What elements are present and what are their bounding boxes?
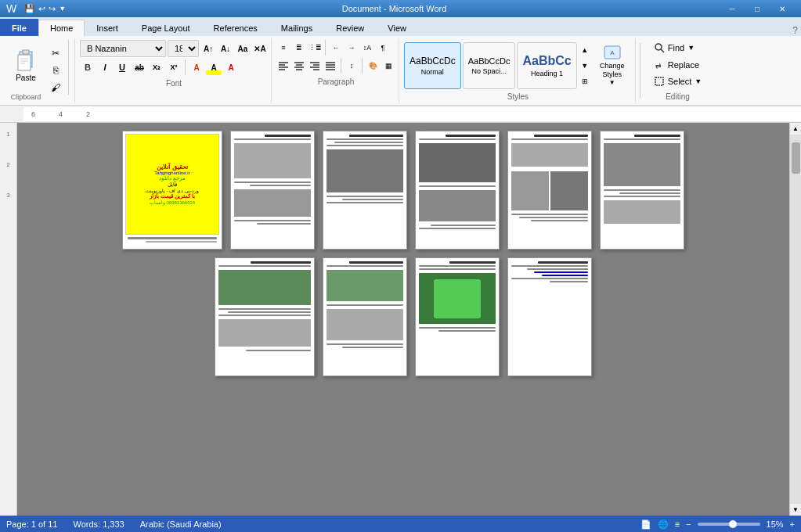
styles-scroll-up[interactable]: ▲ (581, 46, 588, 54)
help-button[interactable]: ? (792, 25, 798, 36)
increase-indent-button[interactable]: → (345, 41, 359, 55)
align-right-button[interactable] (308, 59, 322, 73)
paragraph-group: ≡ ≣ ⋮≣ ← → ↕A ¶ (273, 38, 399, 102)
scroll-track[interactable] (790, 135, 801, 504)
left-ruler: 1 2 3 (0, 123, 17, 516)
minimize-button[interactable]: ─ (720, 0, 745, 17)
bold-button[interactable]: B (80, 59, 96, 75)
quick-undo[interactable]: ↩ (38, 4, 45, 14)
style-normal-preview: AaBbCcDc (410, 56, 456, 66)
svg-rect-27 (655, 77, 663, 85)
tab-mailings[interactable]: Mailings (269, 19, 324, 36)
subscript-button[interactable]: X₂ (149, 59, 164, 75)
zoom-out-btn[interactable]: − (686, 519, 691, 529)
ruler-inner: 6 4 2 (23, 107, 801, 121)
page-thumb-2 (230, 131, 315, 250)
justify-button[interactable] (323, 59, 337, 73)
page-thumb-4 (415, 131, 500, 250)
font-size-select[interactable]: 18 (168, 40, 199, 57)
page-thumb-10 (507, 257, 592, 376)
maximize-button[interactable]: □ (745, 0, 770, 17)
change-styles-button[interactable]: A ChangeStyles ▼ (593, 42, 632, 89)
replace-button[interactable]: ⇄ Replace (649, 57, 707, 73)
style-no-spacing[interactable]: AaBbCcDc No Spaci... (463, 42, 516, 89)
align-left-button[interactable] (276, 59, 290, 73)
numbering-button[interactable]: ≣ (292, 41, 306, 55)
ribbon-tabs: File Home Insert Page Layout References … (0, 17, 801, 36)
tab-page-layout[interactable]: Page Layout (130, 19, 202, 36)
grow-font-button[interactable]: A↑ (200, 41, 216, 56)
scroll-down-button[interactable]: ▼ (790, 504, 802, 516)
ruler: 6 4 2 (0, 106, 801, 123)
font-group-label: Font (80, 79, 268, 88)
borders-button[interactable]: ▦ (381, 59, 395, 73)
sort-button[interactable]: ↕A (360, 41, 374, 55)
paste-button[interactable]: Paste (6, 40, 45, 90)
text-effects-button[interactable]: A (189, 59, 204, 75)
editing-group: Find ▼ ⇄ Replace Select ▼ Editing (644, 38, 712, 102)
style-normal[interactable]: AaBbCcDc Normal (404, 42, 461, 89)
shrink-font-button[interactable]: A↓ (218, 41, 233, 56)
show-marks-button[interactable]: ¶ (376, 41, 390, 55)
font-name-select[interactable]: B Nazanin (80, 40, 166, 57)
italic-button[interactable]: I (97, 59, 113, 75)
view-print-btn[interactable]: 📄 (640, 519, 651, 530)
tab-review[interactable]: Review (324, 19, 376, 36)
shading-button[interactable]: 🎨 (366, 59, 380, 73)
svg-point-24 (655, 44, 662, 50)
clipboard-label: Clipboard (6, 93, 45, 101)
clear-format-button[interactable]: ✕A (252, 41, 268, 56)
page-info: Page: 1 of 11 (6, 519, 57, 529)
page-thumb-1: تحقیق آنلاین Tahghighonline.ir مرجع دانل… (122, 131, 222, 250)
quick-access-dropdown[interactable]: ▼ (59, 5, 66, 13)
svg-text:⇄: ⇄ (655, 62, 662, 70)
decrease-indent-button[interactable]: ← (329, 41, 343, 55)
page-thumb-9 (415, 257, 500, 376)
svg-line-25 (661, 49, 664, 52)
page-thumb-7 (215, 257, 315, 376)
cut-button[interactable]: ✂ (47, 45, 64, 61)
view-outline-btn[interactable]: ≡ (675, 519, 680, 529)
case-change-button[interactable]: Aa (235, 41, 251, 56)
font-color-button[interactable]: A (223, 59, 239, 75)
tab-file[interactable]: File (0, 19, 38, 36)
word-count: Words: 1,333 (73, 519, 124, 529)
tab-home[interactable]: Home (38, 20, 85, 37)
highlight-button[interactable]: A (206, 59, 222, 75)
paste-label: Paste (16, 74, 36, 82)
close-button[interactable]: ✕ (770, 0, 795, 17)
multilevel-button[interactable]: ⋮≣ (308, 41, 322, 55)
align-center-button[interactable] (292, 59, 306, 73)
underline-button[interactable]: U (114, 59, 130, 75)
pages-row-2 (33, 257, 774, 376)
style-heading1[interactable]: AaBbCc Heading 1 (517, 42, 576, 89)
quick-redo[interactable]: ↪ (49, 4, 56, 14)
paragraph-group-label: Paragraph (276, 77, 395, 86)
zoom-thumb (729, 520, 737, 528)
view-web-btn[interactable]: 🌐 (658, 519, 669, 530)
vertical-scrollbar: ▲ ▼ (789, 123, 801, 516)
scroll-thumb[interactable] (792, 142, 800, 174)
document-area: تحقیق آنلاین Tahghighonline.ir مرجع دانل… (17, 123, 789, 516)
page-thumb-8 (323, 257, 407, 376)
zoom-in-btn[interactable]: + (790, 519, 795, 529)
scroll-up-button[interactable]: ▲ (790, 123, 802, 135)
tab-references[interactable]: References (202, 19, 269, 36)
styles-more[interactable]: ⊞ (582, 77, 588, 85)
line-spacing-button[interactable]: ↕ (345, 59, 359, 73)
quick-save[interactable]: 💾 (24, 4, 35, 14)
styles-scroll-buttons: ▲ ▼ ⊞ (579, 42, 591, 89)
window-icon: W (6, 2, 16, 15)
bullets-button[interactable]: ≡ (276, 41, 290, 55)
tab-view[interactable]: View (376, 19, 418, 36)
superscript-button[interactable]: X² (166, 59, 182, 75)
copy-button[interactable]: ⎘ (47, 63, 64, 78)
select-button[interactable]: Select ▼ (649, 74, 707, 89)
styles-scroll-down[interactable]: ▼ (581, 62, 588, 70)
zoom-slider[interactable] (698, 523, 760, 526)
strikethrough-button[interactable]: ab (132, 59, 147, 75)
format-painter-button[interactable]: 🖌 (47, 80, 64, 95)
find-button[interactable]: Find ▼ (649, 40, 707, 56)
tab-insert[interactable]: Insert (85, 19, 130, 36)
replace-label: Replace (668, 60, 699, 70)
